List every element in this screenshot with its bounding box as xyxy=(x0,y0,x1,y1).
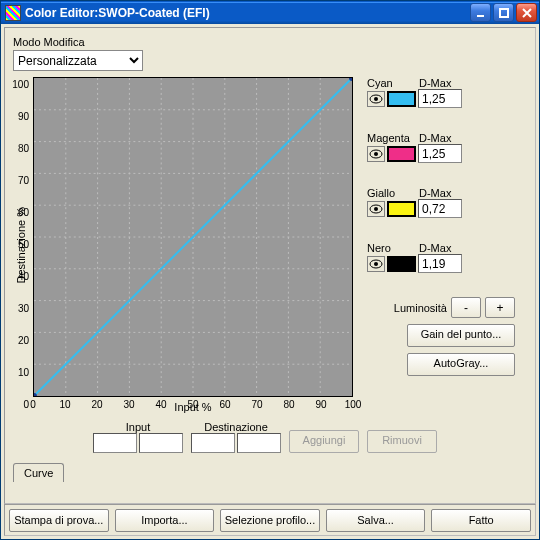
window-title: Color Editor:SWOP-Coated (EFI) xyxy=(25,6,466,20)
magenta-dmax-input[interactable] xyxy=(418,144,462,163)
titlebar[interactable]: Color Editor:SWOP-Coated (EFI) xyxy=(1,1,539,24)
minimize-button[interactable] xyxy=(470,3,491,22)
channels-panel: CyanD-Max MagentaD-Max xyxy=(367,77,515,376)
auto-gray-button[interactable]: AutoGray... xyxy=(407,353,515,376)
luminosity-plus-button[interactable]: + xyxy=(485,297,515,318)
luminosity-label: Luminosità xyxy=(394,302,447,314)
channel-yellow: GialloD-Max xyxy=(367,187,515,218)
window-controls xyxy=(470,3,537,22)
black-swatch[interactable] xyxy=(387,256,416,272)
main-panel: Modo Modifica Personalizzata Destinazion… xyxy=(4,27,536,504)
svg-rect-0 xyxy=(500,9,508,17)
curve-chart: Destinazione % 0 10 20 30 40 50 60 70 80… xyxy=(13,77,353,413)
close-button[interactable] xyxy=(516,3,537,22)
tab-curve[interactable]: Curve xyxy=(13,463,64,482)
dest-value-field[interactable] xyxy=(191,433,235,453)
svg-point-23 xyxy=(374,97,378,101)
color-editor-window: Color Editor:SWOP-Coated (EFI) Modo Modi… xyxy=(0,0,540,540)
yellow-dmax-input[interactable] xyxy=(418,199,462,218)
remove-point-button: Rimuovi xyxy=(367,430,437,453)
cyan-swatch[interactable] xyxy=(387,91,416,107)
luminosity-minus-button[interactable]: - xyxy=(451,297,481,318)
add-point-button: Aggiungi xyxy=(289,430,359,453)
edit-mode-label: Modo Modifica xyxy=(13,36,527,48)
input-value-field-2[interactable] xyxy=(139,433,183,453)
dest-value-field-2[interactable] xyxy=(237,433,281,453)
svg-point-25 xyxy=(374,152,378,156)
bottom-toolbar: Stampa di prova... Importa... Selezione … xyxy=(4,504,536,536)
maximize-button[interactable] xyxy=(493,3,514,22)
eye-icon[interactable] xyxy=(367,201,385,217)
input-value-field[interactable] xyxy=(93,433,137,453)
svg-point-29 xyxy=(374,262,378,266)
svg-point-27 xyxy=(374,207,378,211)
select-profile-button[interactable]: Selezione profilo... xyxy=(220,509,320,532)
edit-mode-select[interactable]: Personalizzata xyxy=(13,50,143,71)
dot-gain-button[interactable]: Gain del punto... xyxy=(407,324,515,347)
channel-cyan: CyanD-Max xyxy=(367,77,515,108)
eye-icon[interactable] xyxy=(367,146,385,162)
magenta-swatch[interactable] xyxy=(387,146,416,162)
channel-magenta: MagentaD-Max xyxy=(367,132,515,163)
yellow-swatch[interactable] xyxy=(387,201,416,217)
channel-black: NeroD-Max xyxy=(367,242,515,273)
proof-print-button[interactable]: Stampa di prova... xyxy=(9,509,109,532)
dest-point-label: Destinazione xyxy=(204,421,268,433)
app-icon xyxy=(5,5,21,21)
import-button[interactable]: Importa... xyxy=(115,509,215,532)
point-editor: Input Destinazione Aggiungi Rimuovi xyxy=(93,421,527,453)
eye-icon[interactable] xyxy=(367,91,385,107)
cyan-dmax-input[interactable] xyxy=(418,89,462,108)
eye-icon[interactable] xyxy=(367,256,385,272)
save-button[interactable]: Salva... xyxy=(326,509,426,532)
done-button[interactable]: Fatto xyxy=(431,509,531,532)
input-point-label: Input xyxy=(126,421,150,433)
curve-plot[interactable] xyxy=(33,77,353,397)
black-dmax-input[interactable] xyxy=(418,254,462,273)
